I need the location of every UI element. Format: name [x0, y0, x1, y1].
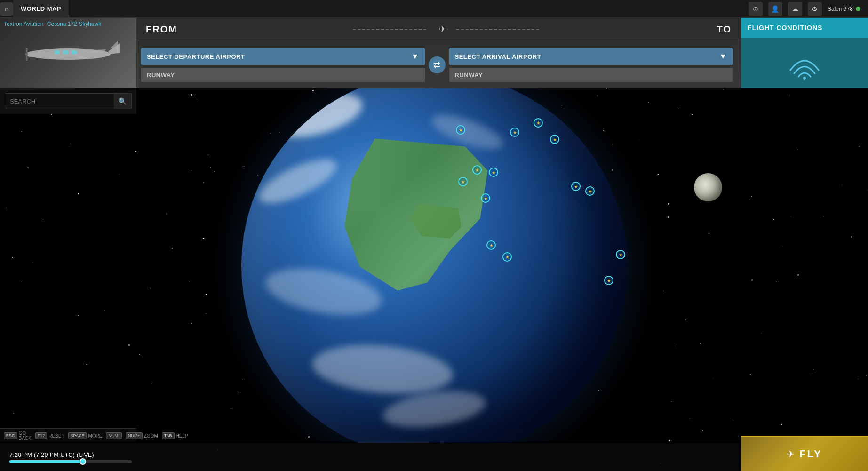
shortcut-label-esc: GO BACK	[19, 431, 32, 441]
username-text: Salem978	[828, 6, 853, 12]
shortcut-key-space: SPACE	[68, 432, 87, 439]
bottom-bar: 7:20 PM (7:20 PM UTC) (LIVE) − +	[0, 443, 868, 471]
search-button[interactable]: 🔍	[114, 94, 131, 109]
svg-text:★: ★	[505, 255, 509, 260]
flight-path-icon: ✈	[177, 23, 717, 37]
shortcut-tab: TAB HELP	[162, 432, 188, 439]
flight-conditions-label: FLIGHT CONDITIONS	[748, 24, 822, 32]
time-slider-wrap: 7:20 PM (7:20 PM UTC) (LIVE)	[0, 452, 151, 463]
svg-point-12	[803, 77, 806, 80]
shortcut-key-num-plus: NUM+	[126, 432, 143, 439]
svg-text:★: ★	[483, 196, 487, 201]
shortcut-num-minus: NUM-	[106, 432, 122, 439]
airport-marker-1[interactable]: ★	[455, 125, 466, 137]
time-slider[interactable]	[9, 460, 132, 463]
shortcut-key-esc: ESC	[4, 432, 17, 439]
home-icon[interactable]: ⌂	[0, 2, 13, 16]
from-label: FROM	[146, 24, 177, 35]
svg-text:★: ★	[588, 189, 592, 194]
departure-airport-label: SELECT DEPARTURE AIRPORT	[147, 53, 245, 60]
svg-text:★: ★	[606, 278, 611, 283]
airport-marker-5[interactable]: ★	[472, 165, 482, 177]
airport-marker-14[interactable]: ★	[615, 249, 626, 262]
person-icon[interactable]: 👤	[768, 2, 782, 16]
time-display: 7:20 PM (7:20 PM UTC) (LIVE)	[9, 452, 141, 458]
fly-button[interactable]: ✈ FLY	[741, 436, 868, 471]
shortcut-key-f12: F12	[35, 432, 48, 439]
svg-text:★: ★	[458, 128, 462, 133]
top-bar-right: ⊙ 👤 ☁ ⚙ Salem978	[749, 2, 868, 16]
airport-marker-8[interactable]: ★	[571, 181, 581, 193]
svg-text:★: ★	[489, 243, 493, 248]
cloud-2	[253, 150, 342, 211]
airport-marker-4[interactable]: ★	[549, 134, 560, 146]
departure-runway-label: RUNWAY	[147, 72, 175, 79]
cloud-1	[266, 88, 367, 145]
fly-button-icon: ✈	[787, 448, 795, 460]
svg-text:★: ★	[616, 342, 620, 347]
departure-airport-dropdown[interactable]: SELECT DEPARTURE AIRPORT ▼	[141, 48, 425, 65]
airport-marker-6[interactable]: ★	[488, 167, 499, 179]
moon	[694, 173, 722, 201]
arrival-selector-group: SELECT ARRIVAL AIRPORT ▼ RUNWAY	[449, 48, 733, 82]
signal-icon	[786, 47, 823, 80]
fly-button-label: FLY	[799, 448, 822, 460]
globe-container[interactable]: ★ ★ ★ ★ ★ ★ ★ ★ ★ ★ ★ ★	[0, 88, 868, 443]
settings-icon[interactable]: ⚙	[808, 2, 822, 16]
airport-marker-12[interactable]: ★	[502, 252, 512, 264]
svg-text:★: ★	[461, 179, 465, 184]
earth-globe[interactable]: ★ ★ ★ ★ ★ ★ ★ ★ ★ ★ ★ ★	[241, 88, 627, 443]
time-slider-thumb[interactable]	[80, 458, 86, 465]
shortcut-label-f12: RESET	[48, 433, 64, 439]
svg-text:★: ★	[491, 170, 495, 175]
departure-selector-group: SELECT DEPARTURE AIRPORT ▼ RUNWAY	[141, 48, 425, 82]
world-map-button[interactable]: WORLD MAP	[13, 0, 69, 17]
svg-text:★: ★	[618, 252, 622, 257]
svg-text:★: ★	[512, 130, 517, 135]
top-bar: ⌂ WORLD MAP ⊙ 👤 ☁ ⚙ Salem978	[0, 0, 868, 18]
svg-text:★: ★	[475, 168, 479, 173]
world-map-label: WORLD MAP	[21, 5, 61, 12]
svg-rect-6	[54, 50, 60, 54]
arrival-runway-field: RUNWAY	[449, 68, 733, 82]
airport-marker-9[interactable]: ★	[585, 186, 595, 198]
search-input-wrap: 🔍	[5, 93, 132, 109]
svg-marker-3	[111, 41, 119, 49]
aircraft-silhouette	[16, 32, 120, 74]
flight-conditions-header[interactable]: FLIGHT CONDITIONS	[741, 18, 868, 38]
shortcut-label-space: MORE	[88, 433, 102, 439]
aircraft-panel: Textron Aviation Cessna 172 Skyhawk	[0, 18, 136, 88]
shortcut-esc: ESC GO BACK	[4, 431, 32, 441]
shortcuts-bar: ESC GO BACK F12 RESET SPACE MORE NUM- NU…	[0, 428, 136, 443]
departure-dropdown-arrow: ▼	[411, 52, 419, 61]
svg-text:★: ★	[536, 120, 540, 126]
username-badge: Salem978	[828, 6, 860, 12]
departure-runway-field: RUNWAY	[141, 68, 425, 82]
swap-airports-button[interactable]: ⇄	[429, 56, 446, 73]
aircraft-image	[0, 18, 136, 88]
svg-rect-8	[71, 50, 77, 54]
airport-marker-10[interactable]: ★	[480, 193, 491, 205]
airport-marker-11[interactable]: ★	[486, 240, 496, 252]
shortcut-num-plus: NUM+ ZOOM	[126, 432, 158, 439]
target-icon[interactable]: ⊙	[749, 2, 763, 16]
airport-marker-15[interactable]: ★	[613, 339, 623, 351]
shortcut-key-tab: TAB	[162, 432, 175, 439]
arrival-airport-dropdown[interactable]: SELECT ARRIVAL AIRPORT ▼	[449, 48, 733, 65]
airport-marker-13[interactable]: ★	[604, 275, 614, 287]
arrival-airport-label: SELECT ARRIVAL AIRPORT	[455, 53, 542, 60]
airport-marker-3[interactable]: ★	[510, 127, 520, 139]
svg-text:★: ★	[552, 137, 557, 142]
arrival-runway-label: RUNWAY	[455, 72, 483, 79]
to-label: TO	[717, 24, 732, 35]
shortcut-key-num-minus: NUM-	[106, 432, 122, 439]
shortcut-label-zoom: ZOOM	[144, 433, 158, 439]
search-input[interactable]	[5, 94, 114, 109]
svg-text:★: ★	[573, 184, 578, 189]
flight-conditions-body	[741, 38, 868, 88]
cloud-icon[interactable]: ☁	[788, 2, 802, 16]
cloud-4	[310, 340, 455, 399]
arrival-dropdown-arrow: ▼	[719, 52, 727, 61]
airport-marker-7[interactable]: ★	[458, 176, 468, 189]
airport-marker-2[interactable]: ★	[533, 118, 543, 130]
